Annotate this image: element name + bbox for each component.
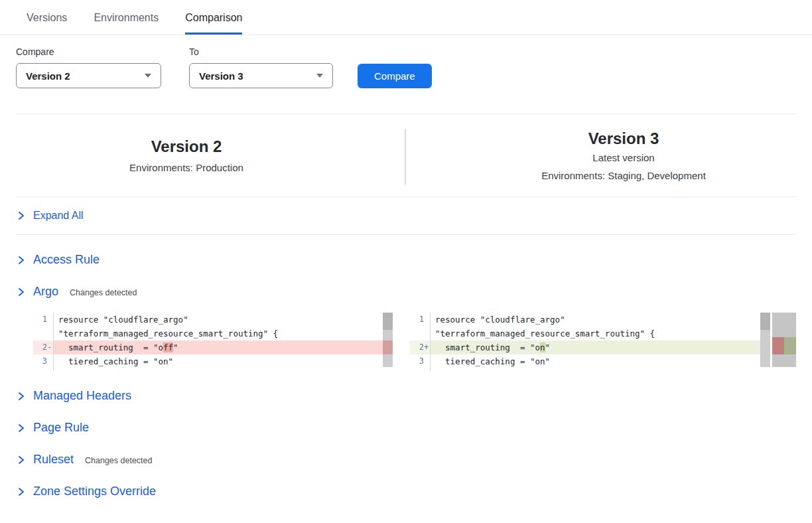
- added-word-highlight: n: [540, 342, 545, 352]
- section-label: Ruleset: [33, 453, 74, 467]
- line-number: 3: [33, 354, 47, 368]
- version-right-header: Version 3 Latest version Environments: S…: [406, 129, 812, 185]
- scrollbar-removed-mark: [383, 340, 393, 354]
- scrollbar-thumb[interactable]: [383, 313, 393, 330]
- code-line-removed: smart_routing = "off": [53, 340, 393, 354]
- overview-removed-mark: [772, 337, 784, 354]
- divider: [16, 234, 796, 235]
- section-label: Argo: [33, 285, 58, 299]
- chevron-right-icon: [16, 210, 27, 222]
- overview-added-mark: [784, 337, 796, 354]
- code-line: }: [53, 368, 393, 371]
- chevron-down-icon: [145, 74, 151, 78]
- chevron-right-icon: [16, 286, 27, 298]
- compare-select-label: Compare: [16, 46, 161, 57]
- scrollbar-thumb[interactable]: [760, 313, 770, 330]
- section-access-rule[interactable]: Access Rule: [16, 253, 812, 267]
- diff-pane-right: 1 resource "cloudflare_argo" "terraform_…: [410, 313, 796, 371]
- right-version-latest: Latest version: [435, 149, 812, 167]
- line-number: 2: [33, 340, 47, 354]
- tab-versions[interactable]: Versions: [27, 12, 67, 35]
- line-number: 3: [410, 354, 424, 368]
- section-page-rule[interactable]: Page Rule: [16, 421, 812, 435]
- left-version-environments: Environments: Production: [0, 159, 373, 177]
- code-line: tiered_caching = "on": [53, 354, 393, 368]
- right-version-title: Version 3: [435, 129, 812, 149]
- line-number: 2: [410, 340, 424, 354]
- removed-word-highlight: ff: [163, 342, 173, 352]
- section-label: Managed Headers: [33, 389, 131, 403]
- to-version-value: Version 3: [199, 70, 243, 82]
- right-version-environments: Environments: Staging, Development: [435, 167, 812, 185]
- argo-diff: 1 resource "cloudflare_argo" "terraform_…: [33, 313, 812, 371]
- diff-right-scrollbar[interactable]: [760, 313, 770, 367]
- line-number: 1: [33, 313, 47, 327]
- to-version-select[interactable]: Version 3: [189, 63, 333, 88]
- chevron-right-icon: [16, 254, 27, 266]
- code-line: resource "cloudflare_argo": [53, 313, 393, 327]
- chevron-right-icon: [16, 390, 27, 402]
- section-argo[interactable]: Argo Changes detected: [16, 285, 812, 299]
- diff-left-scrollbar[interactable]: [383, 313, 393, 367]
- code-line-wrap: "terraform_managed_resource_smart_routin…: [53, 327, 393, 340]
- code-line: tiered_caching = "on": [430, 354, 760, 368]
- compare-button[interactable]: Compare: [358, 64, 432, 88]
- section-managed-headers[interactable]: Managed Headers: [16, 389, 812, 403]
- code-line: }: [430, 368, 760, 371]
- code-line: resource "cloudflare_argo": [430, 313, 760, 327]
- left-version-title: Version 2: [0, 137, 373, 157]
- section-label: Zone Settings Override: [33, 485, 156, 498]
- line-number: 1: [410, 313, 424, 327]
- compare-version-value: Version 2: [26, 70, 70, 82]
- code-line-wrap: "terraform_managed_resource_smart_routin…: [430, 327, 760, 340]
- to-select-label: To: [189, 46, 333, 57]
- chevron-right-icon: [16, 486, 27, 498]
- expand-all-button[interactable]: Expand All: [0, 197, 812, 234]
- section-label: Access Rule: [33, 253, 100, 267]
- compare-version-select[interactable]: Version 2: [16, 63, 161, 88]
- changes-detected-badge: Changes detected: [85, 456, 152, 465]
- version-left-header: Version 2 Environments: Production: [0, 129, 405, 185]
- section-zone-settings-override[interactable]: Zone Settings Override: [16, 485, 812, 498]
- expand-all-label: Expand All: [33, 210, 84, 222]
- removed-sign: -: [47, 340, 53, 354]
- chevron-down-icon: [316, 74, 323, 78]
- chevron-right-icon: [16, 422, 27, 434]
- tab-bar: Versions Environments Comparison: [0, 0, 812, 35]
- tab-comparison[interactable]: Comparison: [185, 12, 242, 35]
- version-headers: Version 2 Environments: Production Versi…: [0, 114, 812, 196]
- section-ruleset[interactable]: Ruleset Changes detected: [16, 453, 812, 467]
- compare-controls: Compare Version 2 To Version 3 Compare: [0, 35, 812, 88]
- chevron-right-icon: [16, 454, 27, 466]
- added-sign: +: [424, 340, 430, 354]
- tab-environments[interactable]: Environments: [94, 12, 159, 35]
- code-line-added: smart_routing = "on": [430, 340, 760, 354]
- section-label: Page Rule: [33, 421, 89, 435]
- diff-overview-ruler[interactable]: [772, 313, 796, 367]
- diff-pane-left: 1 resource "cloudflare_argo" "terraform_…: [33, 313, 393, 371]
- changes-detected-badge: Changes detected: [70, 288, 137, 297]
